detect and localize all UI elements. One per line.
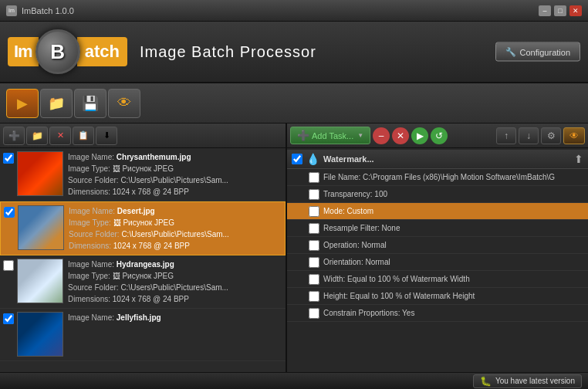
logo-atch: atch [77, 37, 127, 66]
logo-im: Im [8, 37, 39, 66]
stop-icon: ✕ [397, 130, 404, 141]
task-property[interactable]: Transparency: 100 [287, 186, 588, 203]
configuration-button[interactable]: 🔧 Configuration [495, 42, 580, 62]
file-item[interactable]: Image Name: Hydrangeas.jpgImage Type: 🖼 … [0, 255, 286, 309]
run-button[interactable]: ▶ [411, 127, 428, 144]
file-thumbnail [18, 205, 64, 250]
task-list: 💧 Watermark... ⬆ File Name: C:\Program F… [287, 148, 588, 372]
property-checkbox[interactable] [309, 206, 319, 217]
property-text: File Name: C:\Program Files (x86)\High M… [323, 173, 555, 181]
property-checkbox[interactable] [309, 172, 319, 183]
arrow-down-icon: ↓ [526, 130, 531, 141]
file-name-line: Image Name: Jellyfish.jpg [68, 312, 282, 323]
folder-button[interactable]: 📁 [40, 89, 73, 118]
arrow-up-icon: ↑ [504, 130, 509, 141]
file-folder-line: Source Folder: C:\Users\Public\Pictures\… [68, 174, 282, 186]
file-type-line: Image Type: 🖼 Рисунок JPEG [68, 163, 282, 174]
watermark-checkbox[interactable] [292, 154, 302, 164]
task-property[interactable]: Width: Equal to 100 % of Watermark Width [287, 271, 588, 288]
window-title: ImBatch 1.0.0 [22, 6, 74, 15]
stop-button[interactable]: ✕ [392, 127, 409, 144]
task-property[interactable]: Mode: Custom [287, 203, 588, 220]
import-button[interactable]: 📋 [73, 127, 94, 145]
property-text: Width: Equal to 100 % of Watermark Width [323, 275, 470, 283]
add-files-button[interactable]: ➕ [3, 127, 25, 145]
property-text: Mode: Custom [323, 207, 373, 215]
titlebar-left: Im ImBatch 1.0.0 [6, 5, 74, 16]
task-icon-btn-2[interactable]: ↓ [519, 127, 539, 144]
dropdown-arrow-icon: ▼ [357, 132, 363, 139]
file-folder-line: Source Folder: C:\Users\Public\Pictures\… [69, 228, 282, 240]
wrench-icon: 🔧 [505, 47, 516, 57]
main-area: ➕ 📁 ✕ 📋 ⬇ Image Name: Chrysanthemum.jpgI… [0, 123, 588, 372]
eye-task-button[interactable]: 👁 [563, 127, 585, 144]
header: Im B atch Image Batch Processor 🔧 Config… [0, 22, 588, 83]
task-property[interactable]: File Name: C:\Program Files (x86)\High M… [287, 169, 588, 186]
property-checkbox[interactable] [309, 308, 319, 319]
watermark-properties: File Name: C:\Program Files (x86)\High M… [287, 169, 588, 322]
watermark-section-header[interactable]: 💧 Watermark... ⬆ [287, 150, 588, 169]
task-property[interactable]: Resample Filter: None [287, 220, 588, 237]
status-message: You have latest version [495, 377, 575, 385]
remove-task-button[interactable]: – [373, 127, 390, 144]
property-checkbox[interactable] [309, 257, 319, 268]
save-button[interactable]: 💾 [74, 89, 106, 118]
property-checkbox[interactable] [309, 189, 319, 200]
export-icon: ⬇ [103, 130, 110, 140]
file-name-line: Image Name: Desert.jpg [69, 205, 282, 217]
task-property[interactable]: Constrain Proportions: Yes [287, 305, 588, 322]
play-button[interactable]: ▶ [6, 89, 39, 118]
property-text: Orientation: Normal [323, 258, 390, 266]
file-type-line: Image Type: 🖼 Рисунок JPEG [69, 217, 282, 228]
property-checkbox[interactable] [309, 291, 319, 302]
file-item[interactable]: Image Name: Desert.jpgImage Type: 🖼 Рису… [0, 201, 286, 255]
status-badge: 🐛 You have latest version [473, 374, 582, 388]
file-item[interactable]: Image Name: Chrysanthemum.jpgImage Type:… [0, 148, 286, 201]
task-property[interactable]: Operation: Normal [287, 237, 588, 254]
eye-icon: 👁 [117, 95, 131, 111]
minimize-button[interactable]: – [539, 5, 551, 16]
export-button[interactable]: ⬇ [96, 127, 117, 145]
task-property[interactable]: Height: Equal to 100 % of Watermark Heig… [287, 288, 588, 305]
view-button[interactable]: 👁 [108, 89, 140, 118]
file-name-line: Image Name: Hydrangeas.jpg [68, 259, 282, 270]
property-checkbox[interactable] [309, 223, 319, 234]
add-task-label: Add Task... [312, 131, 353, 140]
statusbar: 🐛 You have latest version [0, 372, 588, 389]
task-icon-btn-1[interactable]: ↑ [496, 127, 516, 144]
folder-icon: 📁 [48, 95, 65, 112]
property-checkbox[interactable] [309, 274, 319, 285]
file-list: Image Name: Chrysanthemum.jpgImage Type:… [0, 148, 286, 372]
property-text: Operation: Normal [323, 241, 387, 249]
property-checkbox[interactable] [309, 240, 319, 251]
main-toolbar: ▶ 📁 💾 👁 [0, 83, 588, 123]
file-info: Image Name: Desert.jpgImage Type: 🖼 Рису… [69, 205, 282, 252]
file-checkbox[interactable] [3, 260, 14, 271]
app-icon: Im [6, 5, 17, 16]
play-icon: ▶ [17, 95, 28, 112]
file-item[interactable]: Image Name: Jellyfish.jpg [0, 309, 286, 361]
replay-button[interactable]: ↺ [431, 127, 448, 144]
add-task-button[interactable]: ➕ Add Task... ▼ [290, 127, 370, 144]
file-checkbox[interactable] [3, 313, 14, 324]
file-dimensions-line: Dimensions: 1024 x 768 @ 24 BPP [69, 240, 282, 252]
file-dimensions-line: Dimensions: 1024 x 768 @ 24 BPP [68, 293, 282, 305]
collapse-icon[interactable]: ⬆ [574, 153, 583, 165]
logo-b-circle: B [35, 29, 80, 74]
task-icon-btn-3[interactable]: ⚙ [541, 127, 561, 144]
app-title: Image Batch Processor [140, 43, 316, 61]
close-button[interactable]: ✕ [569, 5, 582, 16]
logo-area: Im B atch Image Batch Processor [8, 29, 316, 74]
file-checkbox[interactable] [3, 153, 14, 164]
add-folder-button[interactable]: 📁 [26, 127, 48, 145]
eye-task-icon: 👁 [569, 130, 579, 141]
maximize-button[interactable]: □ [554, 5, 566, 16]
minus-icon: – [379, 130, 384, 141]
watermark-icon: 💧 [306, 152, 319, 166]
file-folder-line: Source Folder: C:\Users\Public\Pictures\… [68, 282, 282, 293]
file-info: Image Name: Jellyfish.jpg [68, 312, 282, 323]
remove-files-button[interactable]: ✕ [49, 127, 71, 145]
task-property[interactable]: Orientation: Normal [287, 254, 588, 271]
file-checkbox[interactable] [4, 207, 15, 218]
file-thumbnail [17, 151, 63, 196]
